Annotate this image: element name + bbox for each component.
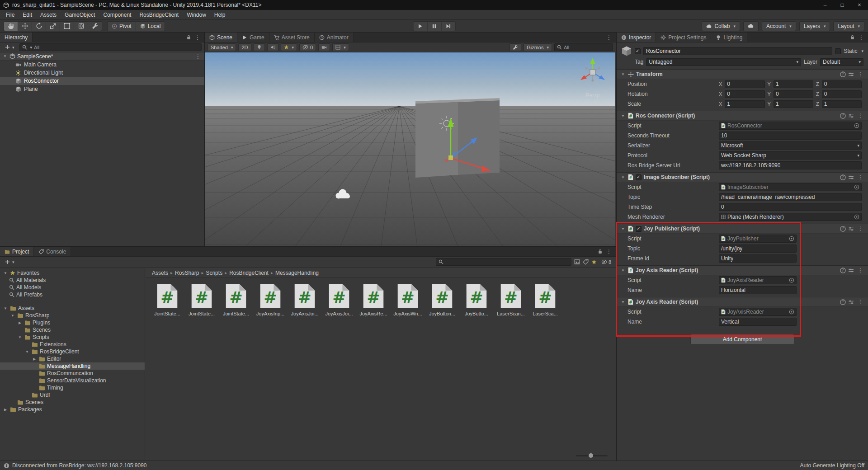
- picker-icon[interactable]: [789, 309, 794, 315]
- tab-animator[interactable]: Animator: [315, 33, 354, 42]
- static-flags-dropdown[interactable]: ▾: [861, 49, 863, 53]
- camera-projection-label[interactable]: Persp: [575, 92, 611, 99]
- favorite-all-prefabs[interactable]: All Prefabs: [0, 291, 145, 298]
- favorite-search-icon[interactable]: [591, 259, 597, 265]
- project-file-joyaxisjoi[interactable]: JoyAxisJoi...: [322, 282, 356, 316]
- ros-connector-script-ros-bridge-server-url-field[interactable]: ws://192.168.2.105:9090: [719, 161, 862, 169]
- ros-connector-script-seconds-timeout-field[interactable]: 10: [719, 132, 862, 140]
- transform-scale-z-field[interactable]: 1: [822, 100, 862, 108]
- transform-rotation-y-field[interactable]: 0: [774, 90, 813, 98]
- folder-plugins[interactable]: ▶Plugins: [0, 319, 145, 326]
- layers-dropdown[interactable]: Layers▾: [799, 21, 830, 31]
- transform-menu-button[interactable]: ⋮: [856, 71, 864, 77]
- favorite-all-models[interactable]: All Models: [0, 284, 145, 291]
- project-menu-button[interactable]: ⋮: [605, 249, 613, 255]
- maximize-button[interactable]: □: [834, 0, 851, 10]
- hierarchy-menu-button[interactable]: ⋮: [193, 34, 202, 41]
- picker-icon[interactable]: [789, 277, 794, 283]
- tab-project-settings[interactable]: Project Settings: [656, 33, 711, 42]
- hierarchy-item-plane[interactable]: Plane: [0, 85, 204, 93]
- ros-connector-script-script-field[interactable]: RosConnector: [719, 122, 862, 130]
- component-foldout[interactable]: ▼: [620, 227, 626, 231]
- project-file-joybutto[interactable]: JoyButto...: [459, 282, 494, 316]
- image-subscriber-script-topic-field[interactable]: /head_camera/image_raw/compressed: [719, 193, 862, 201]
- tab-asset-store[interactable]: Asset Store: [269, 33, 315, 42]
- project-file-laserscan[interactable]: LaserScan...: [494, 282, 528, 316]
- tab-inspector[interactable]: Inspector: [617, 33, 656, 42]
- menu-rosbridgeclient[interactable]: RosBridgeClient: [135, 10, 183, 19]
- transform-position-y-field[interactable]: 1: [774, 80, 813, 88]
- image-subscriber-script-time-step-field[interactable]: 0: [719, 203, 862, 211]
- pause-button[interactable]: [427, 21, 442, 31]
- transform-scale-x-field[interactable]: 1: [725, 100, 764, 108]
- picker-icon[interactable]: [854, 214, 859, 220]
- hierarchy-item-rosconnector[interactable]: RosConnector: [0, 77, 204, 85]
- effects-dropdown[interactable]: ▾: [281, 43, 297, 51]
- layout-dropdown[interactable]: Layout▾: [833, 21, 864, 31]
- shading-mode-dropdown[interactable]: Shaded▾: [208, 43, 236, 51]
- component-foldout[interactable]: ▼: [620, 300, 626, 304]
- tab-game[interactable]: Game: [237, 33, 269, 42]
- lock-icon[interactable]: [850, 35, 855, 40]
- component-menu-button[interactable]: ⋮: [856, 174, 864, 180]
- component-foldout[interactable]: ▼: [620, 268, 626, 273]
- transform-position-z-field[interactable]: 0: [822, 80, 862, 88]
- folder-scenes[interactable]: Scenes: [0, 326, 145, 334]
- picker-icon[interactable]: [854, 184, 859, 190]
- folder-scenes[interactable]: Scenes: [0, 399, 145, 406]
- close-button[interactable]: ×: [851, 0, 868, 10]
- help-icon[interactable]: [840, 268, 846, 273]
- folder-rosbridgeclient[interactable]: ▼RosBridgeClient: [0, 348, 145, 355]
- joy-axis-reader-script-script-field[interactable]: JoyAxisReader: [719, 276, 797, 284]
- step-button[interactable]: [441, 21, 456, 31]
- scene-search-input[interactable]: All: [554, 43, 613, 51]
- picker-icon[interactable]: [854, 123, 859, 128]
- project-file-joybutton[interactable]: JoyButton...: [425, 282, 459, 316]
- rect-tool-button[interactable]: [60, 21, 74, 31]
- foldout-arrow[interactable]: ▼: [17, 335, 23, 339]
- create-object-button[interactable]: ▾: [3, 43, 17, 52]
- preset-icon[interactable]: [848, 71, 854, 77]
- joy-publisher-script-script-field[interactable]: JoyPublisher: [719, 235, 797, 243]
- tab-scene[interactable]: Scene: [205, 33, 237, 42]
- create-asset-button[interactable]: ▾: [3, 258, 17, 266]
- transform-header[interactable]: ▼ Transform ⋮: [617, 69, 868, 79]
- menu-edit[interactable]: Edit: [19, 10, 36, 19]
- grid-settings-dropdown[interactable]: ▾: [332, 43, 349, 51]
- menu-assets[interactable]: Assets: [36, 10, 61, 19]
- joy-axis-reader-script-name-field[interactable]: Horizontal: [719, 286, 797, 294]
- joy-axis-reader-script-header[interactable]: ▼Joy Axis Reader (Script)⋮: [617, 297, 868, 307]
- folder-rossharp[interactable]: ▼RosSharp: [0, 312, 145, 319]
- foldout-arrow[interactable]: ▶: [3, 408, 8, 412]
- static-checkbox[interactable]: [835, 48, 841, 54]
- folder-roscommuncation[interactable]: RosCommuncation: [0, 370, 145, 377]
- breadcrumb-scripts[interactable]: Scripts: [206, 270, 222, 276]
- joy-axis-reader-script-script-field[interactable]: JoyAxisReader: [719, 308, 797, 316]
- hierarchy-search-input[interactable]: ▾ All: [19, 43, 202, 51]
- scene-foldout[interactable]: ▼: [2, 54, 8, 58]
- local-toggle-button[interactable]: Local: [136, 21, 165, 31]
- rotate-tool-button[interactable]: [32, 21, 46, 31]
- project-search-input[interactable]: [436, 258, 571, 266]
- folder-packages[interactable]: ▶Packages: [0, 406, 145, 413]
- component-foldout[interactable]: ▼: [620, 175, 626, 179]
- project-file-jointstate[interactable]: JointState...: [150, 282, 184, 316]
- collab-dropdown[interactable]: Collab▾: [702, 21, 740, 31]
- enabled-checkbox[interactable]: [636, 226, 642, 232]
- thumbnail-zoom-slider[interactable]: [576, 455, 608, 456]
- tab-lighting[interactable]: Lighting: [711, 33, 747, 42]
- menu-file[interactable]: File: [2, 10, 19, 19]
- preset-icon[interactable]: [848, 113, 854, 119]
- foldout-arrow[interactable]: ▼: [10, 314, 15, 318]
- component-menu-button[interactable]: ⋮: [856, 299, 864, 305]
- wrench-tool-button[interactable]: [88, 21, 102, 31]
- lock-icon[interactable]: [186, 35, 191, 40]
- help-icon[interactable]: [840, 113, 846, 119]
- hierarchy-item-directional-light[interactable]: Directional Light: [0, 69, 204, 77]
- scale-tool-button[interactable]: [46, 21, 60, 31]
- menu-gameobject[interactable]: GameObject: [61, 10, 99, 19]
- move-tool-button[interactable]: [18, 21, 32, 31]
- joy-axis-reader-script-header[interactable]: ▼Joy Axis Reader (Script)⋮: [617, 265, 868, 275]
- hand-tool-button[interactable]: [4, 21, 18, 31]
- ros-connector-script-serializer-field[interactable]: Microsoft▾: [719, 141, 862, 150]
